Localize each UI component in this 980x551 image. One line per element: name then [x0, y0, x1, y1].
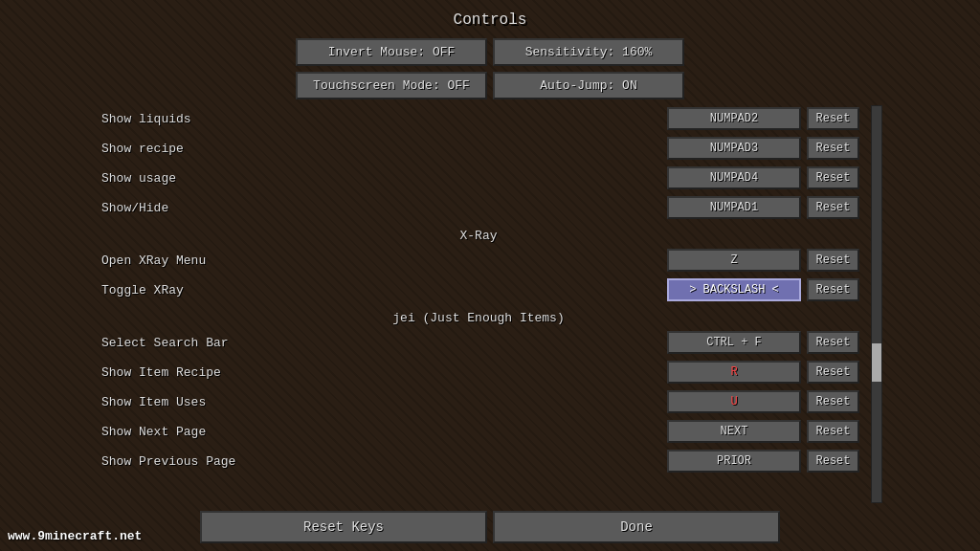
toggle-xray-label: Toggle XRay — [98, 283, 667, 298]
top-buttons-row2: Touchscreen Mode: OFF Auto-Jump: ON — [296, 72, 684, 99]
select-search-bar-reset[interactable]: Reset — [807, 331, 859, 354]
show-item-uses-key[interactable]: U — [667, 390, 801, 413]
table-row: Toggle XRay > BACKSLASH < Reset — [98, 276, 859, 303]
show-hide-reset[interactable]: Reset — [807, 196, 859, 219]
show-recipe-label: Show recipe — [98, 142, 667, 156]
show-liquids-key[interactable]: NUMPAD2 — [667, 107, 801, 130]
touchscreen-button[interactable]: Touchscreen Mode: OFF — [296, 72, 487, 99]
toggle-xray-key[interactable]: > BACKSLASH < — [667, 278, 801, 301]
table-row: Show/Hide NUMPAD1 Reset — [98, 194, 859, 221]
sensitivity-button[interactable]: Sensitivity: 160% — [493, 38, 684, 66]
show-liquids-label: Show liquids — [98, 112, 667, 126]
table-row: Show usage NUMPAD4 Reset — [98, 165, 859, 191]
table-row: Show recipe NUMPAD3 Reset — [98, 135, 859, 162]
top-buttons-row1: Invert Mouse: OFF Sensitivity: 160% — [296, 38, 684, 66]
auto-jump-button[interactable]: Auto-Jump: ON — [493, 72, 684, 99]
content-area: Show liquids NUMPAD2 Reset Show recipe N… — [98, 105, 882, 503]
reset-keys-button[interactable]: Reset Keys — [200, 511, 487, 543]
show-item-uses-reset[interactable]: Reset — [807, 390, 859, 413]
select-search-bar-key[interactable]: CTRL + F — [667, 331, 801, 354]
show-liquids-reset[interactable]: Reset — [807, 107, 859, 130]
table-row: Show Previous Page PRIOR Reset — [98, 448, 859, 474]
show-usage-key[interactable]: NUMPAD4 — [667, 166, 801, 189]
main-container: Controls Invert Mouse: OFF Sensitivity: … — [0, 0, 980, 551]
show-prev-page-key[interactable]: PRIOR — [667, 450, 801, 473]
show-recipe-reset[interactable]: Reset — [807, 137, 859, 160]
page-title: Controls — [454, 11, 527, 29]
invert-mouse-button[interactable]: Invert Mouse: OFF — [296, 38, 487, 66]
table-row: Show liquids NUMPAD2 Reset — [98, 105, 859, 132]
show-item-recipe-reset[interactable]: Reset — [807, 361, 859, 384]
open-xray-key[interactable]: Z — [667, 249, 801, 272]
scrollbar-thumb[interactable] — [872, 343, 881, 382]
table-row: Select Search Bar CTRL + F Reset — [98, 329, 859, 356]
table-row: Show Item Recipe R Reset — [98, 359, 859, 386]
show-item-uses-label: Show Item Uses — [98, 395, 667, 409]
show-hide-label: Show/Hide — [98, 201, 667, 215]
show-recipe-key[interactable]: NUMPAD3 — [667, 137, 801, 160]
show-next-page-reset[interactable]: Reset — [807, 420, 859, 443]
bindings-list: Show liquids NUMPAD2 Reset Show recipe N… — [98, 105, 867, 503]
open-xray-reset[interactable]: Reset — [807, 249, 859, 272]
done-button[interactable]: Done — [493, 511, 780, 543]
show-hide-key[interactable]: NUMPAD1 — [667, 196, 801, 219]
watermark: www.9minecraft.net — [8, 529, 142, 543]
show-item-recipe-key[interactable]: R — [667, 361, 801, 384]
table-row: Open XRay Menu Z Reset — [98, 247, 859, 274]
show-next-page-key[interactable]: NEXT — [667, 420, 801, 443]
bottom-buttons: Reset Keys Done — [200, 511, 780, 543]
open-xray-label: Open XRay Menu — [98, 253, 667, 268]
show-usage-label: Show usage — [98, 171, 667, 186]
show-usage-reset[interactable]: Reset — [807, 166, 859, 189]
toggle-xray-reset[interactable]: Reset — [807, 278, 859, 301]
show-prev-page-label: Show Previous Page — [98, 454, 667, 469]
scrollbar[interactable] — [871, 105, 882, 503]
jei-section-header: jei (Just Enough Items) — [98, 311, 859, 325]
table-row: Show Item Uses U Reset — [98, 388, 859, 415]
select-search-bar-label: Select Search Bar — [98, 336, 667, 350]
xray-section-header: X-Ray — [98, 229, 859, 243]
show-next-page-label: Show Next Page — [98, 425, 667, 439]
table-row: Show Next Page NEXT Reset — [98, 418, 859, 445]
show-item-recipe-label: Show Item Recipe — [98, 365, 667, 380]
show-prev-page-reset[interactable]: Reset — [807, 450, 859, 473]
